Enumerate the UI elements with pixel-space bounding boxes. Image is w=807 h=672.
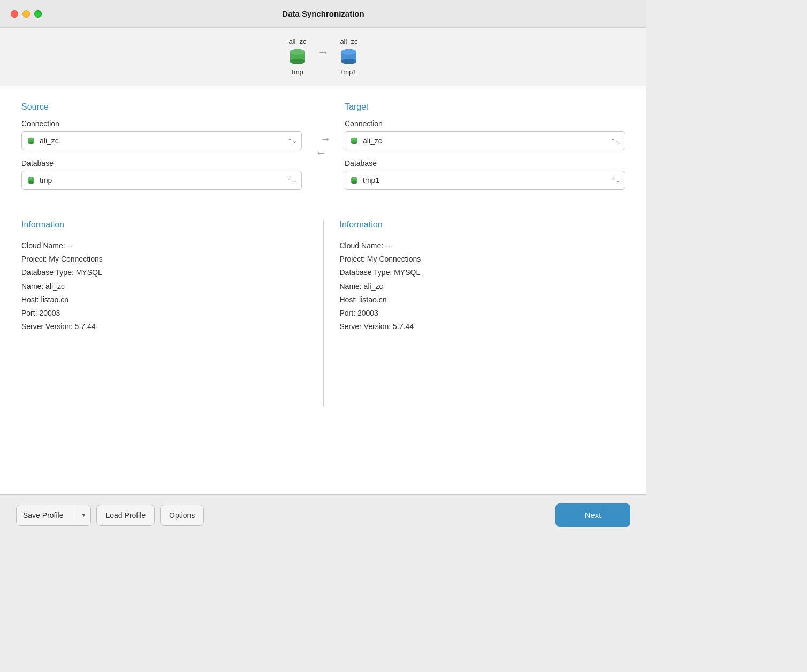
source-connection-label: Connection [21,119,302,128]
source-cloud-name: Cloud Name: -- [21,239,307,253]
options-button[interactable]: Options [160,505,204,526]
svg-point-23 [351,177,357,179]
source-title: Source [21,102,302,112]
target-connection-value: ali_zc [363,136,382,145]
target-port: Port: 20003 [340,307,626,320]
target-name: Name: ali_zc [340,280,626,293]
target-database-value: tmp1 [363,176,379,185]
source-name: Name: ali_zc [21,280,307,293]
source-info-text: Cloud Name: -- Project: My Connections D… [21,239,307,333]
info-row: Information Cloud Name: -- Project: My C… [21,220,625,406]
target-project: Project: My Connections [340,253,626,266]
main-content: Source Connection ali_zc Database [0,86,646,494]
connection-header: ali_zc tmp → ali_zc tmp1 [0,28,646,86]
target-host: Host: listao.cn [340,293,626,307]
source-server-version: Server Version: 5.7.44 [21,320,307,333]
target-db-small-icon [349,175,359,185]
svg-point-19 [351,138,357,140]
spacer [21,198,625,220]
target-info-text: Cloud Name: -- Project: My Connections D… [340,239,626,333]
content-filler [21,406,625,478]
source-db-type: Database Type: MYSQL [21,266,307,279]
target-info-section: Information Cloud Name: -- Project: My C… [323,220,626,406]
titlebar: Data Synchronization [0,0,646,28]
swap-icon[interactable]: → ← [318,132,329,159]
svg-point-22 [351,181,357,184]
source-connection-value: ali_zc [40,136,59,145]
minimize-button[interactable] [22,10,30,18]
target-connection-select[interactable]: ali_zc [345,131,625,150]
save-profile-divider [73,505,73,525]
svg-point-6 [341,59,356,64]
target-cloud-name: Cloud Name: -- [340,239,626,253]
source-db-small-icon [26,175,36,185]
save-profile-label: Save Profile [17,511,70,520]
source-conn-icon [26,136,36,146]
svg-point-3 [290,49,305,55]
target-info-title: Information [340,220,626,230]
target-conn-name1: ali_zc [340,37,357,45]
footer-left: Save Profile ▼ Load Profile Options [16,505,555,526]
swap-arrows-container: → ← [302,102,345,159]
target-database-label: Database [345,159,625,167]
next-button[interactable]: Next [555,503,630,527]
target-db-type: Database Type: MYSQL [340,266,626,279]
source-host: Host: listao.cn [21,293,307,307]
target-database-select[interactable]: tmp1 [345,171,625,190]
target-db-icon [339,47,359,67]
source-database-label: Database [21,159,302,167]
source-conn-item: ali_zc tmp [287,37,308,76]
source-database-wrapper: tmp [21,171,302,190]
target-conn-item: ali_zc tmp1 [339,37,359,76]
source-section: Source Connection ali_zc Database [21,102,302,198]
target-title: Target [345,102,625,112]
svg-point-7 [341,49,356,55]
maximize-button[interactable] [34,10,42,18]
svg-point-11 [28,138,34,140]
save-profile-caret[interactable]: ▼ [77,512,90,518]
source-conn-name2: tmp [292,68,303,76]
svg-point-18 [351,142,357,144]
target-conn-name2: tmp1 [341,68,357,76]
footer: Save Profile ▼ Load Profile Options Next [0,494,646,535]
source-database-value: tmp [40,176,52,185]
target-server-version: Server Version: 5.7.44 [340,320,626,333]
close-button[interactable] [11,10,18,18]
window-title: Data Synchronization [282,9,364,18]
source-connection-select[interactable]: ali_zc [21,131,302,150]
svg-point-15 [28,177,34,179]
window-controls [11,10,42,18]
target-conn-icon [349,136,359,146]
source-db-icon [287,47,308,67]
svg-point-2 [290,59,305,64]
arrow-icon: → [317,45,329,68]
source-project: Project: My Connections [21,253,307,266]
source-info-section: Information Cloud Name: -- Project: My C… [21,220,323,406]
source-conn-name1: ali_zc [288,37,306,45]
svg-point-10 [28,142,34,144]
load-profile-button[interactable]: Load Profile [96,505,155,526]
source-info-title: Information [21,220,307,230]
source-connection-wrapper: ali_zc [21,131,302,150]
target-section: Target Connection ali_zc Database [345,102,625,198]
source-database-select[interactable]: tmp [21,171,302,190]
source-target-row: Source Connection ali_zc Database [21,102,625,198]
svg-point-14 [28,181,34,184]
save-profile-button[interactable]: Save Profile ▼ [16,505,91,526]
target-database-wrapper: tmp1 [345,171,625,190]
target-connection-label: Connection [345,119,625,128]
source-port: Port: 20003 [21,307,307,320]
target-connection-wrapper: ali_zc [345,131,625,150]
